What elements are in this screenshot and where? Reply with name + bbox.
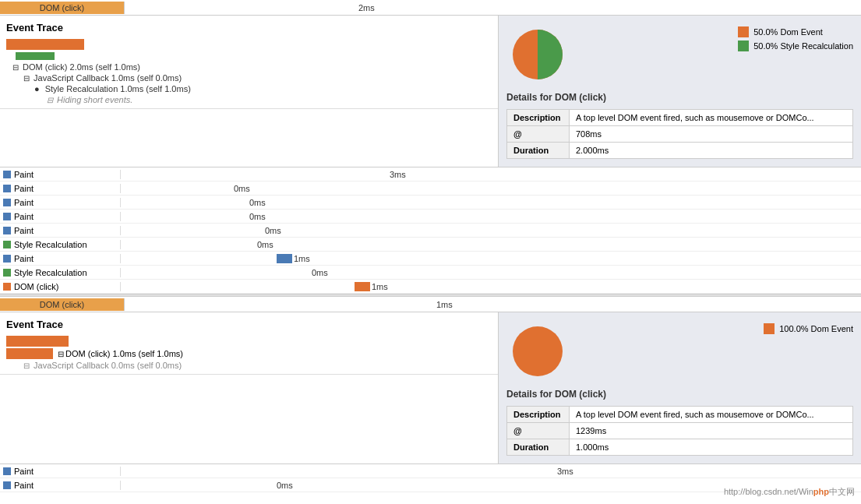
trace-bar-with-text-2: ⊟ DOM (click) 1.0ms (self 1.0ms) <box>0 347 498 360</box>
details-value-duration-2: 1.000ms <box>570 439 853 456</box>
details-table-2: Description A top level DOM event fired,… <box>506 406 853 456</box>
style-color-2 <box>3 269 11 277</box>
timeline-row-paint-1ms: Paint 1ms <box>0 252 861 266</box>
top-bar-1: DOM (click) 2ms <box>0 0 861 16</box>
paint-color-3 <box>3 199 11 206</box>
timeline-label-paint-1: Paint <box>0 170 121 179</box>
dom-click-item-1: ⊟ DOM (click) 2.0ms (self 1.0ms) <box>0 62 498 72</box>
timeline-label-paint-2: Paint <box>0 184 121 193</box>
js-callback-text-2: JavaScript Callback 0.0ms (self 0.0ms) <box>34 361 182 370</box>
trace-bar-row-orange-1 <box>0 38 498 51</box>
details-label-desc-1: Description <box>507 110 570 126</box>
php-text: php <box>813 487 829 492</box>
details-label-duration-1: Duration <box>507 143 570 159</box>
green-bar-1 <box>16 52 55 60</box>
top-bar-time-2: 1ms <box>436 300 453 309</box>
timeline-label-2-paint-2: Paint <box>0 481 121 490</box>
paint-color-2 <box>3 185 11 192</box>
collapse-icon-js-2[interactable]: ⊟ <box>23 361 30 370</box>
timeline-label-paint-3: Paint <box>0 198 121 207</box>
legend-color-dom-2 <box>764 323 775 334</box>
legend-item-dom-2: 100.0% Dom Event <box>764 323 853 334</box>
paint-marker-1: 3ms <box>390 170 406 179</box>
collapse-icon-1[interactable]: ⊟ <box>12 63 19 72</box>
details-title-2: Details for DOM (click) <box>506 389 853 400</box>
timeline-label-paint-4: Paint <box>0 212 121 221</box>
details-row-desc-2: Description A top level DOM event fired,… <box>507 407 853 423</box>
timeline-row-paint-0ms-2: Paint 0ms <box>0 196 861 210</box>
details-table-1: Description A top level DOM event fired,… <box>506 109 853 159</box>
hiding-text-1: Hiding short events. <box>57 95 132 104</box>
timeline-row-2-paint-3ms: Paint 3ms <box>0 464 861 478</box>
dom-click-text-2: DOM (click) 1.0ms (self 1.0ms) <box>65 349 183 358</box>
timeline-label-2-paint-1: Paint <box>0 467 121 476</box>
pie-chart-2 <box>506 320 569 384</box>
paint-color-5 <box>3 227 11 234</box>
style-marker-1: 0ms <box>257 240 273 249</box>
orange-bar-2b <box>6 348 53 359</box>
legend-color-dom-1 <box>738 26 749 37</box>
style-recalc-item-1: ● Style Recalculation 1.0ms (self 1.0ms) <box>0 83 498 94</box>
top-bar-2: DOM (click) 1ms <box>0 297 861 312</box>
timeline-row-paint-0ms-1: Paint 0ms <box>0 182 861 196</box>
paint-text-2-2: Paint <box>14 481 34 490</box>
event-trace-title-1: Event Trace <box>0 19 498 38</box>
main-row-1: Event Trace ⊟ DOM (click) 2.0ms (self 1.… <box>0 16 861 167</box>
details-value-desc-2: A top level DOM event fired, such as mou… <box>570 407 853 423</box>
paint-text-4: Paint <box>14 212 34 221</box>
timeline-row-style-0ms-2: Style Recalculation 0ms <box>0 266 861 280</box>
paint-color-2-1 <box>3 467 11 475</box>
right-panel-2: 100.0% Dom Event Details for DOM (click)… <box>499 312 861 463</box>
timeline-row-paint-0ms-3: Paint 0ms <box>0 210 861 224</box>
paint-marker-6: 1ms <box>294 254 310 263</box>
timeline-row-style-0ms-1: Style Recalculation 0ms <box>0 238 861 252</box>
hiding-icon-1: ⊟ <box>47 96 53 104</box>
event-trace-section-2: Event Trace ⊟ DOM (click) 1.0ms (self 1.… <box>0 312 498 375</box>
legend-color-style-1 <box>738 41 749 51</box>
timeline-row-dom-click-1ms: DOM (click) 1ms <box>0 280 861 294</box>
style-marker-2: 0ms <box>312 268 328 277</box>
orange-bar-2 <box>6 336 69 347</box>
timeline-row-paint-3ms: Paint 3ms <box>0 167 861 182</box>
details-value-duration-1: 2.000ms <box>570 143 853 159</box>
paint-marker-5: 0ms <box>265 226 281 235</box>
style-text-2: Style Recalculation <box>14 268 87 277</box>
svg-point-1 <box>513 326 563 376</box>
paint-marker-2-1: 3ms <box>557 467 573 476</box>
details-label-at-2: @ <box>507 423 570 439</box>
timeline-label-paint-5: Paint <box>0 226 121 235</box>
timeline-row-paint-0ms-4: Paint 0ms <box>0 224 861 238</box>
paint-color-6 <box>3 255 11 263</box>
dom-click-marker: 1ms <box>372 282 388 291</box>
timeline-label-style-2: Style Recalculation <box>0 268 121 277</box>
watermark: http://blog.csdn.net/Winphp中文网 <box>724 486 855 492</box>
js-callback-text-1: JavaScript Callback 1.0ms (self 0.0ms) <box>34 73 182 83</box>
right-header-2: 100.0% Dom Event <box>506 320 853 384</box>
dom-click-text-1: DOM (click) 2.0ms (self 1.0ms) <box>23 62 140 72</box>
paint-color-4 <box>3 213 11 220</box>
legend-item-style-1: 50.0% Style Recalculation <box>738 41 853 51</box>
top-bar-time-1: 2ms <box>358 3 375 12</box>
orange-bar-1 <box>6 39 84 50</box>
paint-text-6: Paint <box>14 254 34 263</box>
legend-label-dom-2: 100.0% Dom Event <box>779 324 853 333</box>
dom-click-label-timeline: DOM (click) <box>14 282 58 291</box>
event-trace-section-1: Event Trace ⊟ DOM (click) 2.0ms (self 1.… <box>0 16 498 109</box>
dom-click-label-1: DOM (click) <box>0 2 125 14</box>
details-row-duration-2: Duration 1.000ms <box>507 439 853 456</box>
collapse-icon-2[interactable]: ⊟ <box>58 350 64 358</box>
dom-click-bar <box>355 282 370 291</box>
bullet-1: ● <box>34 84 40 93</box>
dom-click-color <box>3 283 11 291</box>
timeline-section-1: Paint 3ms Paint 0ms Paint 0ms Paint 0ms <box>0 167 861 294</box>
details-row-at-2: @ 1239ms <box>507 423 853 439</box>
pie-legend-1: 50.0% Dom Event 50.0% Style Recalculatio… <box>738 26 853 51</box>
collapse-icon-js-1[interactable]: ⊟ <box>23 74 30 83</box>
details-value-at-1: 708ms <box>570 126 853 143</box>
details-label-desc-2: Description <box>507 407 570 423</box>
event-trace-title-2: Event Trace <box>0 315 498 335</box>
paint-marker-2-2: 0ms <box>277 481 293 490</box>
main-row-2: Event Trace ⊟ DOM (click) 1.0ms (self 1.… <box>0 312 861 463</box>
right-panel-1: 50.0% Dom Event 50.0% Style Recalculatio… <box>499 16 861 167</box>
paint-text-3: Paint <box>14 198 34 207</box>
